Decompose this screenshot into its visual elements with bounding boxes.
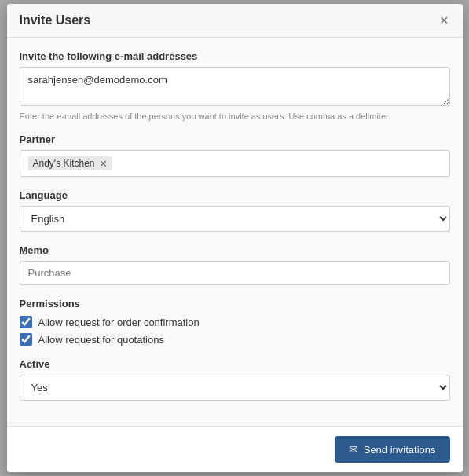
permissions-group: Permissions Allow request for order conf… [20,298,450,346]
permissions-label: Permissions [20,298,450,309]
modal-footer: ✉ Send invitations [7,426,463,472]
email-group: Invite the following e-mail addresses sa… [20,50,450,121]
invite-users-modal: Invite Users × Invite the following e-ma… [7,4,463,472]
partner-tag: Andy's Kitchen ✕ [28,156,112,170]
send-icon: ✉ [349,443,358,456]
send-invitations-button[interactable]: ✉ Send invitations [335,436,450,463]
language-label: Language [20,189,450,201]
active-select[interactable]: Yes No [20,375,450,401]
permission-quotations-item: Allow request for quotations [20,333,450,346]
modal-overlay: Invite Users × Invite the following e-ma… [0,0,469,476]
active-group: Active Yes No [20,358,450,401]
modal-title: Invite Users [20,13,91,27]
partner-tag-remove-button[interactable]: ✕ [99,159,108,169]
partner-tag-text: Andy's Kitchen [33,158,95,169]
permission-order-label[interactable]: Allow request for order confirmation [38,317,200,328]
permission-order-checkbox[interactable] [20,316,32,328]
memo-group: Memo [20,244,450,285]
modal-header: Invite Users × [7,4,463,38]
modal-body: Invite the following e-mail addresses sa… [7,38,463,426]
partner-label: Partner [20,134,450,145]
memo-input[interactable] [20,261,450,285]
permission-quotations-label[interactable]: Allow request for quotations [38,334,164,346]
send-button-label: Send invitations [364,444,436,456]
permission-order-item: Allow request for order confirmation [20,316,450,328]
active-label: Active [20,358,450,370]
language-select[interactable]: English French Spanish German [20,206,450,232]
language-group: Language English French Spanish German [20,189,450,232]
partner-group: Partner Andy's Kitchen ✕ [20,134,450,177]
close-button[interactable]: × [438,13,450,27]
partner-field[interactable]: Andy's Kitchen ✕ [20,150,450,177]
email-textarea[interactable]: sarahjensen@demodemo.com [20,67,450,106]
email-label: Invite the following e-mail addresses [20,50,450,62]
memo-label: Memo [20,244,450,256]
email-hint: Enter the e-mail addresses of the person… [20,112,450,121]
permission-quotations-checkbox[interactable] [20,333,32,346]
